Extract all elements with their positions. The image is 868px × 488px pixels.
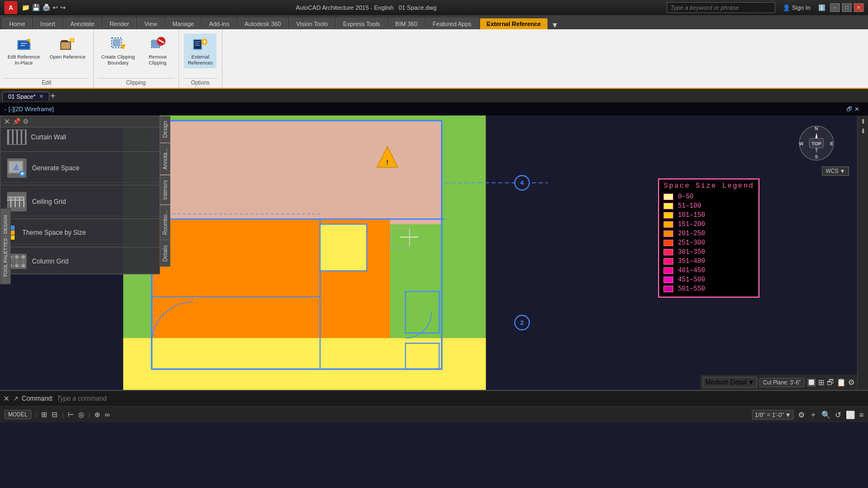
tab-expresstools[interactable]: Express Tools — [336, 18, 387, 29]
viewport-minus[interactable]: - — [4, 106, 7, 112]
legend-label-1: 51–100 — [678, 202, 701, 210]
ribbon-content: Edit ReferenceIn-Place Open Refere — [0, 29, 868, 89]
otrack-icon[interactable]: ∞ — [105, 410, 110, 419]
viewport-restore-icon[interactable]: 🗗 — [846, 106, 852, 112]
edit-reference-inplace-button[interactable]: Edit ReferenceIn-Place — [4, 34, 43, 68]
doc-tab-close[interactable]: ✕ — [39, 93, 43, 99]
scroll-icon[interactable]: ⬆ — [860, 118, 866, 125]
model-button[interactable]: MODEL — [4, 410, 31, 419]
side-tab-annota[interactable]: Annota... — [160, 143, 170, 175]
view-icon-1[interactable]: 🔲 — [807, 378, 816, 387]
command-close-button[interactable]: ✕ — [3, 394, 10, 403]
tab-annotate[interactable]: Annotate — [63, 18, 101, 29]
tab-addins[interactable]: Add-ins — [202, 18, 236, 29]
autocad-logo: A — [4, 1, 17, 14]
tool-palettes-label[interactable]: TOOL PALETTES - DESIGN — [0, 208, 11, 284]
palette-close-button[interactable]: ✕ — [4, 117, 10, 126]
redo-icon[interactable]: ↪ — [60, 4, 66, 11]
svg-rect-1 — [18, 41, 29, 49]
svg-rect-12 — [113, 39, 120, 47]
palette-settings-button[interactable]: ⚙ — [23, 118, 29, 125]
tab-home[interactable]: Home — [2, 18, 32, 29]
remove-clip-icon — [149, 36, 167, 53]
tab-manage[interactable]: Manage — [165, 18, 201, 29]
tab-bim360[interactable]: BIM 360 — [388, 18, 425, 29]
doc-tab-01space[interactable]: 01 Space* ✕ — [2, 92, 49, 101]
scroll-down-icon[interactable]: ⬇ — [860, 127, 866, 135]
scale-dropdown[interactable]: 1/8" = 1'-0" ▼ — [752, 410, 794, 420]
snap-icon[interactable]: ⊟ — [52, 410, 58, 419]
side-tab-roombo[interactable]: Roombo... — [160, 205, 170, 240]
refresh-icon[interactable]: ↺ — [835, 410, 841, 419]
legend-swatch-7 — [663, 258, 673, 265]
viewport-close-icon[interactable]: ✕ — [854, 106, 859, 113]
info-icon[interactable]: ℹ️ — [818, 4, 826, 11]
palette-pin-button[interactable]: 📌 — [12, 118, 21, 125]
view-icon-5[interactable]: ⚙ — [848, 378, 855, 387]
clipping-group-label: Clipping — [98, 78, 174, 88]
more-tabs-icon[interactable]: ▼ — [551, 21, 559, 29]
palette-item-ceiling-grid[interactable]: Ceiling Grid — [1, 188, 159, 216]
command-input[interactable] — [57, 395, 865, 402]
plus-icon[interactable]: ＋ — [809, 410, 817, 420]
search-input[interactable] — [667, 2, 775, 13]
canvas-area[interactable]: - [-][2D Wireframe] 🗗 ✕ — [0, 102, 868, 390]
ortho-icon[interactable]: ⊢ — [68, 410, 74, 419]
save-icon[interactable]: 💾 — [32, 4, 40, 11]
grid-icon[interactable]: ⊞ — [41, 410, 47, 419]
create-clip-label: Create ClippingBoundary — [101, 54, 135, 66]
osnap-icon[interactable]: ⊕ — [94, 410, 100, 419]
create-clip-icon — [110, 36, 127, 53]
open-icon[interactable]: 📁 — [22, 4, 30, 11]
minimize-button[interactable]: ─ — [830, 3, 840, 12]
open-reference-button[interactable]: Open Reference — [47, 34, 89, 62]
gear-icon[interactable]: ⚙ — [798, 410, 805, 419]
zoom-icon[interactable]: 🔍 — [821, 410, 831, 419]
legend-swatch-1 — [663, 203, 673, 209]
new-tab-button[interactable]: + — [50, 91, 55, 101]
legend-row-7: 351–400 — [663, 258, 754, 265]
cut-plane-button[interactable]: Cut Plane: 3'-6" — [760, 378, 805, 387]
remove-clipping-button[interactable]: RemoveClipping — [142, 34, 174, 68]
palette-item-column-grid[interactable]: Column Grid — [1, 249, 159, 274]
ceiling-grid-label: Ceiling Grid — [32, 198, 66, 206]
close-button[interactable]: ✕ — [854, 3, 864, 12]
tab-view[interactable]: View — [137, 18, 164, 29]
detail-level-dropdown[interactable]: Medium Detail ▼ — [703, 377, 757, 388]
tab-visiontools[interactable]: Vision Tools — [289, 18, 335, 29]
view-icon-2[interactable]: ⊞ — [818, 378, 825, 387]
palette-item-curtain-wall[interactable]: Curtain Wall — [1, 127, 159, 149]
tab-render[interactable]: Render — [103, 18, 136, 29]
tab-autodesk360[interactable]: Autodesk 360 — [238, 18, 288, 29]
view-icon-3[interactable]: 🗗 — [827, 378, 834, 387]
polar-icon[interactable]: ◎ — [78, 410, 84, 419]
sign-in-button[interactable]: 👤 Sign In — [780, 3, 814, 12]
palette-item-generate-space[interactable]: Generate Space — [1, 154, 159, 183]
legend-swatch-5 — [663, 240, 673, 246]
maximize-button[interactable]: □ — [842, 3, 852, 12]
legend-row-0: 0–50 — [663, 193, 754, 201]
generate-space-label: Generate Space — [32, 164, 79, 172]
undo-icon[interactable]: ↩ — [53, 4, 58, 11]
svg-rect-61 — [19, 197, 20, 207]
tab-insert[interactable]: Insert — [33, 18, 62, 29]
right-edge-panel: ⬆ ⬇ — [857, 115, 868, 390]
side-tab-interiors[interactable]: Interiors — [160, 175, 170, 204]
create-clipping-boundary-button[interactable]: Create ClippingBoundary — [98, 34, 138, 68]
palette-item-theme-space[interactable]: Theme Space by Size — [1, 221, 159, 245]
legend-swatch-4 — [663, 230, 673, 237]
tab-externalref[interactable]: External Reference — [480, 18, 548, 29]
print-icon[interactable]: 🖨️ — [42, 4, 50, 11]
side-tabs: Design Annota... Interiors Roombo... Det… — [160, 116, 170, 267]
svg-text:N: N — [815, 126, 818, 131]
wcs-button[interactable]: WCS ▼ — [822, 166, 849, 176]
legend-label-4: 201–250 — [678, 230, 705, 237]
view-icon-4[interactable]: 📋 — [837, 378, 846, 387]
more-tools-icon[interactable]: ≡ — [859, 410, 864, 419]
side-tab-details[interactable]: Details — [160, 240, 170, 267]
side-tab-design[interactable]: Design — [160, 116, 170, 143]
tab-featuredapps[interactable]: Featured Apps — [426, 18, 479, 29]
external-references-button[interactable]: ExternalReferences — [184, 34, 216, 68]
edit-ref-icon — [15, 36, 33, 53]
viewport-icon[interactable]: ⬜ — [846, 410, 855, 419]
